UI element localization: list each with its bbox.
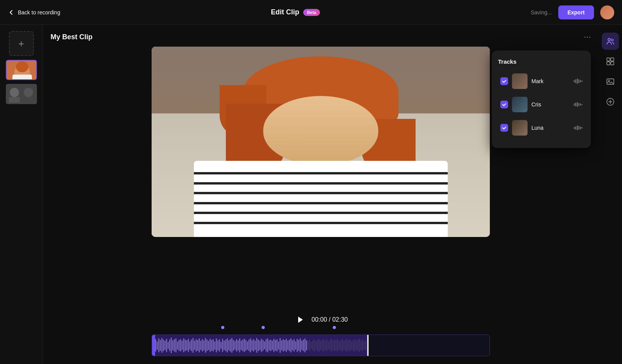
track-name-mark: Mark bbox=[531, 78, 570, 84]
track-avatar-cris bbox=[512, 97, 528, 112]
svg-rect-12 bbox=[578, 79, 579, 83]
svg-rect-13 bbox=[580, 80, 581, 82]
svg-rect-20 bbox=[582, 104, 582, 105]
audio-icon-luna bbox=[574, 125, 582, 131]
svg-rect-14 bbox=[582, 80, 582, 82]
audio-icon-cris bbox=[574, 101, 582, 108]
svg-rect-30 bbox=[607, 58, 610, 61]
svg-rect-24 bbox=[578, 126, 579, 130]
back-to-recording-button[interactable]: Back to recording bbox=[8, 9, 60, 16]
svg-rect-15 bbox=[574, 103, 575, 106]
avatar[interactable] bbox=[600, 5, 614, 19]
header: Back to recording Edit Clip Beta Saving.… bbox=[0, 0, 622, 25]
svg-rect-7 bbox=[9, 97, 20, 103]
svg-point-5 bbox=[10, 88, 19, 97]
waveform-active bbox=[152, 335, 368, 356]
page-title: Edit Clip bbox=[271, 8, 299, 16]
svg-rect-31 bbox=[611, 58, 614, 61]
more-options-button[interactable]: ··· bbox=[584, 33, 591, 41]
add-circle-tool-button[interactable] bbox=[602, 93, 619, 110]
controls-row: 00:00 / 02:30 bbox=[152, 313, 490, 326]
playhead[interactable] bbox=[367, 334, 369, 356]
svg-rect-18 bbox=[578, 103, 579, 106]
track-item-luna: Luna bbox=[498, 117, 585, 139]
svg-rect-11 bbox=[577, 78, 578, 84]
main-content: My Best Clip ··· bbox=[43, 25, 622, 364]
image-tool-button[interactable] bbox=[602, 73, 619, 90]
svg-rect-3 bbox=[12, 75, 32, 80]
timeline-inactive-overlay bbox=[368, 335, 489, 356]
svg-rect-8 bbox=[23, 97, 34, 103]
timeline-marker-2 bbox=[262, 326, 265, 329]
svg-point-6 bbox=[24, 88, 33, 97]
track-checkbox-cris[interactable] bbox=[500, 101, 508, 108]
svg-rect-21 bbox=[574, 127, 575, 129]
track-name-luna: Luna bbox=[531, 125, 570, 131]
clip-title-row: My Best Clip ··· bbox=[51, 33, 591, 41]
svg-rect-9 bbox=[574, 80, 575, 82]
trim-handle-right[interactable] bbox=[152, 335, 155, 356]
video-scene bbox=[152, 47, 490, 237]
right-toolbar bbox=[599, 25, 622, 364]
svg-rect-32 bbox=[607, 62, 610, 65]
track-avatar-luna bbox=[512, 120, 528, 136]
beta-badge: Beta bbox=[303, 9, 320, 16]
timeline-row bbox=[152, 329, 490, 356]
clip-title: My Best Clip bbox=[51, 33, 93, 41]
svg-rect-22 bbox=[575, 126, 576, 130]
saving-status: Saving... bbox=[531, 9, 552, 16]
tracks-panel-title: Tracks bbox=[498, 58, 585, 65]
time-separator: / bbox=[327, 316, 332, 323]
chevron-left-icon bbox=[8, 9, 15, 16]
back-label: Back to recording bbox=[18, 9, 60, 16]
timeline-marker-1 bbox=[221, 326, 224, 329]
audio-icon-mark bbox=[574, 78, 582, 84]
svg-point-28 bbox=[608, 38, 610, 41]
timeline-track[interactable] bbox=[152, 334, 490, 356]
svg-rect-10 bbox=[575, 79, 576, 83]
layout-tool-button[interactable] bbox=[602, 53, 619, 70]
add-clip-button[interactable]: + bbox=[9, 31, 34, 56]
track-checkbox-mark[interactable] bbox=[500, 77, 508, 85]
svg-rect-19 bbox=[580, 103, 581, 106]
header-right: Saving... Export bbox=[531, 5, 614, 19]
svg-rect-25 bbox=[580, 127, 581, 129]
track-name-cris: Cris bbox=[531, 101, 570, 108]
svg-rect-17 bbox=[577, 102, 578, 107]
left-sidebar: + bbox=[0, 25, 43, 364]
video-frame bbox=[152, 47, 490, 237]
svg-rect-23 bbox=[577, 125, 578, 130]
svg-marker-27 bbox=[298, 317, 303, 323]
svg-rect-33 bbox=[611, 62, 614, 65]
time-current: 00:00 bbox=[311, 316, 327, 323]
track-item-mark: Mark bbox=[498, 70, 585, 92]
svg-point-29 bbox=[612, 39, 613, 41]
clip-thumbnail-2[interactable] bbox=[6, 84, 37, 104]
participants-tool-button[interactable] bbox=[602, 33, 619, 50]
track-item-cris: Cris bbox=[498, 94, 585, 115]
svg-rect-26 bbox=[582, 127, 582, 129]
header-center: Edit Clip Beta bbox=[271, 8, 320, 16]
timeline-marker-3 bbox=[333, 326, 336, 329]
track-avatar-mark bbox=[512, 73, 528, 89]
clip-thumbnail-1[interactable] bbox=[6, 60, 37, 80]
time-total: 02:30 bbox=[332, 316, 348, 323]
track-checkbox-luna[interactable] bbox=[500, 124, 508, 132]
export-button[interactable]: Export bbox=[558, 5, 594, 19]
svg-point-2 bbox=[16, 61, 28, 72]
video-container: Tracks Mark bbox=[152, 47, 490, 308]
time-display: 00:00 / 02:30 bbox=[311, 316, 348, 323]
svg-point-35 bbox=[608, 80, 610, 82]
tracks-panel: Tracks Mark bbox=[492, 51, 591, 148]
svg-rect-16 bbox=[575, 103, 576, 106]
play-button[interactable] bbox=[294, 313, 306, 326]
plus-icon: + bbox=[18, 38, 24, 50]
